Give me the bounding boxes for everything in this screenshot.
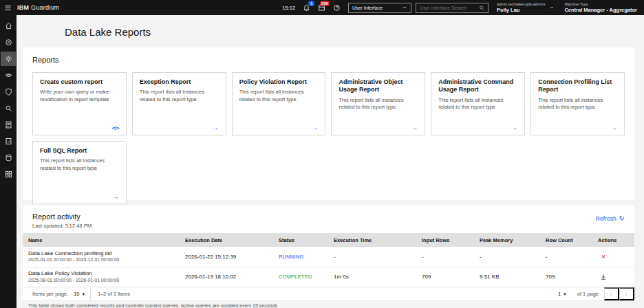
- search-input[interactable]: [420, 6, 479, 10]
- sidebar-item-home[interactable]: [1, 19, 16, 33]
- page-title: Data Lake Reports: [65, 26, 644, 38]
- side-nav: [0, 15, 17, 308]
- sidebar-item-discover[interactable]: [1, 35, 16, 50]
- card-title: Full SQL Report: [40, 147, 119, 155]
- execution-date: 2026-01-19 18:10:02: [180, 267, 273, 287]
- row-count: -: [540, 247, 592, 267]
- page-number-select[interactable]: 1 ▾: [552, 287, 572, 300]
- col-header-execution-date: Execution Date: [180, 233, 273, 247]
- arrow-right-icon: →: [610, 124, 617, 131]
- reports-panel: Reports Create custom report Write your …: [23, 47, 634, 200]
- eye-icon: [5, 72, 12, 79]
- machine-type: Machine Type Central Manager - Aggregato…: [564, 2, 637, 13]
- col-header-status: Status: [273, 233, 328, 247]
- status-badge: COMPLETED: [279, 274, 312, 280]
- peak-memory: -: [474, 247, 540, 267]
- card-title: Create custom report: [40, 78, 119, 86]
- sidebar-item-audit[interactable]: [1, 134, 16, 148]
- col-header-name: Name: [23, 233, 180, 247]
- card-description: Write your own query or make modificatio…: [40, 89, 119, 103]
- user-menu[interactable]: admin.techsales-gdp-admins Polly Lau: [497, 2, 555, 13]
- card-admin-command-usage-report[interactable]: Administrative Command Usage Report This…: [431, 72, 525, 135]
- cancel-query-button[interactable]: ×: [598, 251, 609, 262]
- top-bar: IBMGuardium 15:12 1 296 ? User Interface…: [0, 0, 644, 15]
- help-icon[interactable]: ?: [329, 0, 344, 15]
- user-name-text: Polly Lau: [497, 7, 545, 13]
- items-per-page-select[interactable]: 10 ▾: [68, 287, 90, 300]
- machine-type-label: Machine Type: [564, 2, 637, 7]
- card-title: Policy Violation Report: [239, 78, 319, 86]
- last-updated-text: Last updated: 3:12:48 PM: [32, 223, 92, 229]
- arrow-right-icon: →: [212, 124, 219, 131]
- card-connection-profiling-list-report[interactable]: Connection Profiling List Report This re…: [530, 72, 625, 135]
- tasks-icon[interactable]: 296: [314, 0, 329, 15]
- items-range-text: 1–2 of 2 items: [91, 291, 137, 297]
- card-exception-report[interactable]: Exception Report This report lists all i…: [132, 72, 226, 135]
- table-footnote: This table shows both completed reports …: [23, 300, 634, 307]
- items-per-page-label: Items per page:: [32, 291, 68, 297]
- download-report-button[interactable]: [598, 272, 609, 283]
- card-create-custom-report[interactable]: Create custom report Write your own quer…: [32, 72, 127, 135]
- next-page-button[interactable]: ›: [619, 287, 634, 300]
- status-badge: RUNNING: [279, 254, 303, 260]
- col-header-execution-time: Execution Time: [328, 233, 416, 247]
- brand-ibm: IBM: [17, 4, 29, 11]
- items-per-page-value: 10: [74, 291, 79, 297]
- card-description: This report lists all instances related …: [538, 97, 617, 111]
- database-icon: [5, 154, 12, 162]
- refresh-icon: ↻: [619, 215, 625, 222]
- home-icon: [5, 22, 12, 30]
- user-group-text: admin.techsales-gdp-admins: [497, 2, 545, 7]
- sidebar-item-dashboards[interactable]: [1, 167, 16, 182]
- input-rows: -: [416, 247, 474, 267]
- tasks-badge: 296: [320, 1, 330, 6]
- global-search: [416, 3, 489, 13]
- card-full-sql-report[interactable]: Full SQL Report This report lists all in…: [32, 141, 127, 204]
- previous-page-button[interactable]: ‹: [604, 287, 619, 300]
- brand-product: Guardium: [31, 4, 59, 11]
- page-count-text: of 1 page: [572, 291, 604, 297]
- close-icon: ×: [601, 253, 605, 261]
- report-period: 2025-08-01 00:00:00 - 2026-01-01 00:00:0…: [28, 278, 177, 284]
- card-title: Connection Profiling List Report: [538, 78, 617, 94]
- ui-scope-selector[interactable]: User Interface: [348, 3, 411, 13]
- card-title: Exception Report: [140, 78, 219, 86]
- card-description: This report lists all instances related …: [40, 157, 119, 172]
- sidebar-item-monitor[interactable]: [1, 68, 16, 82]
- report-period: 2025-01-01 00:00:00 - 2025-12-31 00:00:0…: [28, 257, 177, 263]
- gear-icon: [5, 55, 12, 63]
- brand: IBMGuardium: [17, 4, 59, 11]
- card-description: This report lists all instances related …: [140, 89, 219, 103]
- card-description: This report lists all instances related …: [239, 89, 319, 103]
- report-name: Data Lake Connection profiling list: [28, 250, 177, 257]
- clipboard-check-icon: [5, 138, 12, 145]
- refresh-button[interactable]: Refresh ↻: [596, 215, 625, 222]
- col-header-input-rows: Input Rows: [416, 233, 474, 247]
- chevron-down-icon: ▾: [564, 292, 566, 297]
- table-row: Data Lake Policy Violation 2025-08-01 00…: [23, 267, 634, 287]
- page-number-value: 1: [558, 291, 561, 297]
- sidebar-item-data[interactable]: [1, 151, 16, 165]
- sidebar-item-search[interactable]: [1, 101, 16, 116]
- card-title: Administrative Object Usage Report: [339, 78, 418, 94]
- report-cards-grid: Create custom report Write your own quer…: [32, 72, 625, 204]
- notifications-bell-icon[interactable]: 1: [299, 0, 314, 15]
- card-admin-object-usage-report[interactable]: Administrative Object Usage Report This …: [331, 72, 425, 135]
- menu-icon[interactable]: [0, 0, 15, 15]
- sidebar-item-protect[interactable]: [1, 85, 16, 99]
- discover-icon: [5, 38, 12, 46]
- card-policy-violation-report[interactable]: Policy Violation Report This report list…: [232, 72, 326, 135]
- sidebar-item-reports[interactable]: [1, 118, 16, 132]
- activity-header: Report activity Last updated: 3:12:48 PM: [32, 212, 92, 229]
- execution-date: 2026-01-22 15:12:39: [180, 247, 273, 267]
- report-activity-table: Name Execution Date Status Execution Tim…: [23, 233, 634, 287]
- card-description: This report lists all instances related …: [339, 97, 418, 111]
- sidebar-item-settings[interactable]: [1, 52, 16, 66]
- download-icon: [600, 274, 607, 280]
- grid-icon: [5, 170, 12, 178]
- main-content: Data Lake Reports Reports Create custom …: [17, 15, 644, 308]
- document-icon: [5, 121, 12, 129]
- peak-memory: 9.51 KB: [474, 267, 540, 287]
- col-header-actions: Actions: [592, 233, 634, 247]
- reports-section-title: Reports: [32, 56, 625, 64]
